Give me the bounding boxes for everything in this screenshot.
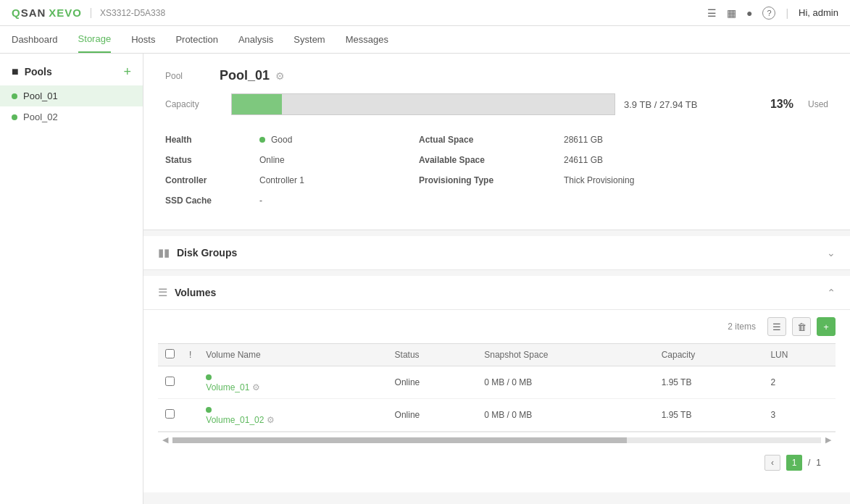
col-snapshot-space: Snapshot Space [477,344,654,366]
sliders-icon[interactable]: ☰ [707,7,717,19]
row2-status-dot [206,407,212,413]
page-separator: / [808,458,810,468]
col-lun: LUN [763,344,836,366]
capacity-bar-fill [232,94,282,114]
pools-icon: ■ [12,65,19,78]
ssd-val: - [259,193,419,208]
nav-storage[interactable]: Storage [78,26,112,53]
status-val: Online [259,153,419,167]
content-area: Pool Pool_01 ⚙ Capacity 3.9 TB / 27.94 T… [143,54,850,504]
pool02-status-dot [12,114,17,120]
capacity-bar-container: 3.9 TB / 27.94 TB [231,93,744,115]
actual-space-val: 28611 GB [564,133,781,147]
sidebar-title: ■ Pools [12,65,52,78]
prov-type-key: Provisioning Type [419,173,564,188]
avail-space-key: Available Space [419,153,564,167]
capacity-percent: 13% [770,98,793,111]
disk-groups-header[interactable]: ▮▮ Disk Groups ⌄ [143,236,850,270]
pool01-label: Pool_01 [23,91,58,101]
add-pool-button[interactable]: + [123,65,131,78]
col-warning: ! [182,344,199,366]
delete-button[interactable]: 🗑 [792,317,811,336]
nav-messages[interactable]: Messages [346,27,388,52]
row1-checkbox[interactable] [158,366,182,399]
pagination: ‹ 1 / 1 [158,448,836,478]
horizontal-scrollbar[interactable]: ◀ ▶ [158,432,836,448]
capacity-used-label: Used [808,99,828,109]
topbar-left: QSAN XEVO XS3312-D5A338 [12,7,165,19]
disk-groups-icon: ▮▮ [158,246,170,259]
divider: | [786,7,788,19]
capacity-field-label: Capacity [165,99,220,109]
row2-lun: 3 [763,399,836,432]
sidebar-header: ■ Pools + [0,61,143,85]
sidebar: ■ Pools + Pool_01 Pool_02 [0,54,143,504]
navbar: Dashboard Storage Hosts Protection Analy… [0,26,850,54]
page-prev-button[interactable]: ‹ [764,455,780,471]
scroll-thumb[interactable] [172,437,627,443]
row1-status: Online [388,366,478,399]
row2-warning [182,399,199,432]
grid-icon[interactable]: ▦ [727,7,736,19]
row1-warning [182,366,199,399]
nav-protection[interactable]: Protection [175,27,218,52]
pool01-status-dot [12,93,17,99]
row2-volume-name: Volume_01_02 [206,415,264,425]
logo: QSAN XEVO [12,7,82,19]
disk-groups-chevron: ⌄ [827,247,836,259]
row1-name: Volume_01 ⚙ [199,366,387,399]
row2-volume-link[interactable]: Volume_01_02 ⚙ [206,415,380,425]
topbar-right: ☰ ▦ ● ? | Hi, admin [707,7,838,20]
capacity-bar-bg [231,93,615,115]
nav-analysis[interactable]: Analysis [238,27,273,52]
health-dot [259,137,265,143]
items-count: 2 items [728,322,756,332]
scroll-track[interactable] [172,437,821,443]
sidebar-item-pool02[interactable]: Pool_02 [0,106,143,127]
table-row: Volume_01_02 ⚙ Online 0 MB / 0 MB 1.95 T… [158,399,836,432]
capacity-text: 3.9 TB / 27.94 TB [624,99,697,110]
topbar: QSAN XEVO XS3312-D5A338 ☰ ▦ ● ? | Hi, ad… [0,0,850,26]
row2-gear-icon[interactable]: ⚙ [267,415,275,425]
row1-volume-name: Volume_01 [206,382,249,392]
row1-gear-icon[interactable]: ⚙ [252,382,260,392]
main-layout: ■ Pools + Pool_01 Pool_02 Pool Pool_01 ⚙ [0,54,850,504]
row1-lun: 2 [763,366,836,399]
disk-groups-panel: ▮▮ Disk Groups ⌄ [143,236,850,270]
pool-settings-icon[interactable]: ⚙ [275,70,285,82]
nav-dashboard[interactable]: Dashboard [12,27,58,52]
ssd-key: SSD Cache [165,193,259,208]
row2-capacity: 1.95 TB [654,399,764,432]
row1-volume-link[interactable]: Volume_01 ⚙ [206,382,380,392]
logo-xevo: XEVO [49,7,82,19]
pool-field-label: Pool [165,71,220,81]
volumes-header[interactable]: ☰ Volumes ⌄ [143,276,850,310]
nav-system[interactable]: System [293,27,325,52]
table-header-row: ! Volume Name Status Snapshot Space Capa… [158,344,836,366]
table-row: Volume_01 ⚙ Online 0 MB / 0 MB 1.95 TB 2 [158,366,836,399]
volumes-header-left: ☰ Volumes [158,286,216,299]
help-icon[interactable]: ? [762,7,775,20]
globe-icon[interactable]: ● [746,7,752,19]
row2-status: Online [388,399,478,432]
col-capacity: Capacity [654,344,764,366]
row1-status-dot [206,374,212,380]
actual-space-key: Actual Space [419,133,564,147]
scroll-left-arrow[interactable]: ◀ [158,432,172,448]
row2-checkbox[interactable] [158,399,182,432]
controller-val: Controller 1 [259,173,419,188]
sidebar-item-pool01[interactable]: Pool_01 [0,85,143,106]
add-volume-button[interactable]: + [817,317,836,336]
scroll-right-arrow[interactable]: ▶ [821,432,836,448]
volumes-content: 2 items ☰ 🗑 + ! Volume Name Status Snaps… [143,310,850,492]
volumes-table: ! Volume Name Status Snapshot Space Capa… [158,343,836,432]
select-all-checkbox[interactable] [165,349,175,358]
nav-hosts[interactable]: Hosts [131,27,155,52]
filter-button[interactable]: ☰ [767,317,786,336]
volumes-icon: ☰ [158,286,167,299]
row1-capacity: 1.95 TB [654,366,764,399]
capacity-row: Capacity 3.9 TB / 27.94 TB 13% Used [165,93,828,115]
pools-label: Pools [25,66,52,77]
logo-qsan: QSAN [12,7,46,19]
volumes-chevron: ⌄ [827,287,836,298]
